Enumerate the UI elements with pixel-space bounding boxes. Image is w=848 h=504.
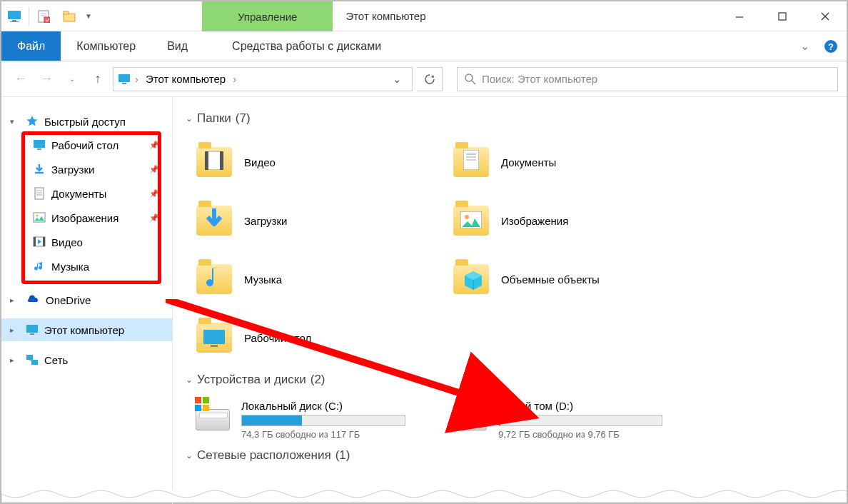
section-header-network-locations[interactable]: ⌄ Сетевые расположения (1) [186,448,839,463]
maximize-button[interactable] [761,1,804,31]
sidebar-label: Музыка [51,261,89,273]
music-overlay-icon [206,266,223,291]
folder-label: Загрузки [244,215,287,227]
title-bar: ▼ Управление Этот компьютер [1,1,847,31]
folder-desktop[interactable]: Рабочий стол [186,308,443,367]
svg-point-17 [465,74,473,81]
sidebar-label: OneDrive [46,294,91,306]
ribbon-tab-drive-tools[interactable]: Средства работы с дисками [216,31,397,61]
breadcrumb-bar[interactable]: › Этот компьютер › ⌄ [113,67,413,91]
sidebar-label: Загрузки [51,163,94,176]
ribbon-collapse-icon[interactable]: ⌄ [794,31,815,61]
svg-point-26 [36,215,39,217]
chevron-right-icon[interactable]: ▸ [10,326,20,335]
sidebar-label: Видео [51,236,83,248]
nav-forward-button[interactable]: → [36,69,57,90]
nav-back-button[interactable]: ← [10,69,31,90]
section-count: (2) [311,373,325,387]
svg-rect-30 [26,325,38,333]
drive-name: Локальный диск (C:) [241,400,433,412]
folder-videos[interactable]: Видео [186,133,443,191]
section-title: Папки [197,111,231,126]
sidebar-item-documents[interactable]: Документы 📌 [1,181,172,206]
desktop-icon [33,138,46,151]
desktop-overlay-icon [203,330,225,347]
chevron-down-icon[interactable]: ⌄ [186,450,193,460]
minimize-button[interactable] [718,1,761,31]
drives-grid: Локальный диск (C:) 74,3 ГБ свободно из … [186,394,839,445]
sidebar-item-downloads[interactable]: Загрузки 📌 [1,157,172,181]
folder-label: Объемные объекты [501,273,600,286]
search-icon [465,74,476,85]
svg-rect-31 [30,333,34,335]
contextual-tab-manage[interactable]: Управление [202,1,333,31]
network-icon [26,354,39,366]
navigation-pane: ▾ Быстрый доступ Рабочий стол 📌 Загрузки… [1,97,173,504]
refresh-button[interactable] [417,67,443,91]
cube-overlay-icon [463,271,483,293]
sidebar-item-onedrive[interactable]: ▸ OneDrive [1,288,172,311]
nav-up-button[interactable]: ↑ [87,69,108,90]
drive-c[interactable]: Локальный диск (C:) 74,3 ГБ свободно из … [186,394,443,445]
qat-properties-icon[interactable] [31,1,56,31]
sidebar-item-this-pc[interactable]: ▸ Этот компьютер [1,318,172,341]
sidebar-item-quick-access[interactable]: ▾ Быстрый доступ [1,110,172,133]
sidebar-item-desktop[interactable]: Рабочий стол 📌 [1,133,172,157]
sidebar-item-videos[interactable]: Видео [1,230,172,254]
section-header-devices[interactable]: ⌄ Устройства и диски (2) [186,373,839,387]
ribbon-tab-computer[interactable]: Компьютер [61,31,151,61]
svg-rect-8 [64,11,69,14]
ribbon-tab-view[interactable]: Вид [151,31,203,61]
svg-rect-21 [35,188,44,199]
folder-downloads[interactable]: Загрузки [186,191,443,250]
video-overlay-icon [205,151,223,170]
explorer-window: ▼ Управление Этот компьютер Файл Компьют… [0,0,848,504]
onedrive-icon [26,295,40,305]
sidebar-item-network[interactable]: ▸ Сеть [1,348,172,371]
document-icon [33,187,46,200]
sidebar-label: Сеть [44,354,68,366]
ribbon-tab-file[interactable]: Файл [1,31,61,61]
search-placeholder: Поиск: Этот компьютер [482,73,597,85]
svg-rect-36 [205,151,208,170]
section-count: (1) [335,448,350,463]
folder-documents[interactable]: Документы [443,133,700,191]
folder-3d-objects[interactable]: Объемные объекты [443,250,700,308]
breadcrumb-item[interactable]: Этот компьютер [143,73,228,85]
section-title: Сетевые расположения [197,448,331,463]
search-input[interactable]: Поиск: Этот компьютер [457,67,838,91]
folder-music[interactable]: Музыка [186,250,443,308]
chevron-down-icon[interactable]: ▾ [10,117,20,126]
qat-new-folder-icon[interactable] [56,1,82,31]
sidebar-label: Быстрый доступ [44,116,126,128]
picture-overlay-icon [460,211,482,228]
svg-rect-45 [211,345,218,347]
help-icon[interactable]: ? [815,31,847,61]
section-header-folders[interactable]: ⌄ Папки (7) [186,111,839,126]
close-button[interactable] [804,1,847,31]
pin-icon: 📌 [149,141,159,150]
chevron-down-icon[interactable]: ⌄ [186,114,193,124]
torn-edge-decoration [1,490,847,503]
drive-usage-bar [241,415,405,426]
drive-icon [453,409,487,430]
chevron-right-icon[interactable]: ▸ [10,356,20,365]
svg-rect-20 [37,148,41,150]
svg-rect-25 [34,213,45,222]
qat-system-icon[interactable] [1,1,27,31]
drive-d[interactable]: Новый том (D:) 9,72 ГБ свободно из 9,76 … [443,394,700,445]
svg-rect-1 [12,20,16,21]
sidebar-item-music[interactable]: Музыка [1,254,172,278]
svg-rect-10 [779,13,786,20]
folder-pictures[interactable]: Изображения [443,191,700,250]
sidebar-label: Рабочий стол [51,139,118,151]
quick-access-toolbar: ▼ [1,1,95,31]
window-title: Этот компьютер [333,1,718,31]
qat-dropdown-icon[interactable]: ▼ [82,1,95,31]
sidebar-item-pictures[interactable]: Изображения 📌 [1,206,172,230]
svg-line-18 [472,81,475,84]
address-dropdown-icon[interactable]: ⌄ [386,73,408,86]
chevron-right-icon[interactable]: ▸ [10,296,20,305]
nav-recent-dropdown[interactable]: ⌄ [61,69,83,90]
chevron-down-icon[interactable]: ⌄ [186,375,193,385]
